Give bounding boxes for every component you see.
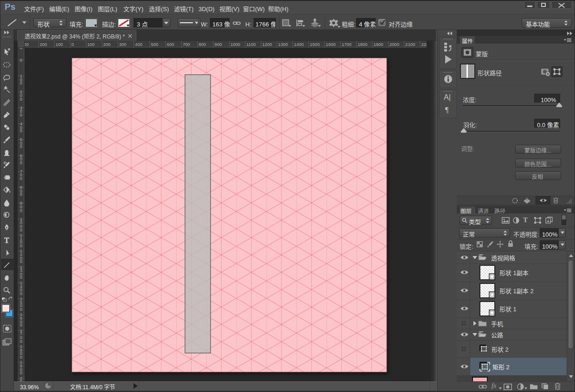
svg-text:1900: 1900 bbox=[374, 42, 383, 47]
svg-text:400: 400 bbox=[135, 42, 142, 47]
svg-text:0: 0 bbox=[71, 42, 74, 47]
svg-text:0: 0 bbox=[20, 228, 22, 232]
svg-text:0: 0 bbox=[20, 244, 22, 248]
svg-text:0: 0 bbox=[20, 259, 22, 264]
svg-text:2200: 2200 bbox=[421, 42, 427, 47]
svg-text:0: 0 bbox=[20, 192, 22, 197]
svg-text:0: 0 bbox=[20, 307, 22, 312]
svg-text:0: 0 bbox=[20, 371, 22, 375]
svg-text:0: 0 bbox=[20, 355, 22, 360]
svg-text:0: 0 bbox=[20, 208, 22, 213]
svg-text:0: 0 bbox=[20, 81, 22, 85]
svg-text:0: 0 bbox=[20, 275, 22, 280]
svg-text:0: 0 bbox=[20, 58, 22, 63]
svg-text:900: 900 bbox=[215, 42, 222, 47]
svg-text:0: 0 bbox=[20, 129, 22, 133]
svg-text:0: 0 bbox=[20, 48, 22, 50]
svg-text:1700: 1700 bbox=[342, 42, 351, 47]
svg-text:0: 0 bbox=[20, 97, 22, 102]
svg-text:800: 800 bbox=[198, 42, 206, 47]
svg-text:0: 0 bbox=[20, 161, 22, 165]
svg-text:200: 200 bbox=[39, 42, 47, 47]
svg-text:300: 300 bbox=[119, 42, 127, 47]
svg-text:0: 0 bbox=[20, 323, 22, 328]
svg-text:1300: 1300 bbox=[278, 42, 288, 47]
svg-text:600: 600 bbox=[167, 42, 174, 47]
svg-text:1400: 1400 bbox=[294, 42, 304, 47]
svg-text:200: 200 bbox=[103, 42, 111, 47]
svg-text:100: 100 bbox=[87, 42, 95, 47]
svg-text:0: 0 bbox=[20, 113, 22, 117]
svg-text:0: 0 bbox=[20, 176, 22, 181]
svg-text:500: 500 bbox=[151, 42, 158, 47]
svg-text:1600: 1600 bbox=[326, 42, 336, 47]
svg-text:700: 700 bbox=[183, 42, 190, 47]
svg-text:0: 0 bbox=[20, 339, 22, 344]
svg-text:1800: 1800 bbox=[358, 42, 367, 47]
svg-text:1100: 1100 bbox=[246, 42, 256, 47]
svg-text:0: 0 bbox=[20, 291, 22, 296]
svg-text:100: 100 bbox=[56, 42, 63, 47]
svg-text:1200: 1200 bbox=[262, 42, 272, 47]
svg-text:1500: 1500 bbox=[310, 42, 319, 47]
svg-text:2100: 2100 bbox=[405, 42, 415, 47]
svg-text:0: 0 bbox=[20, 144, 22, 149]
svg-text:2000: 2000 bbox=[390, 42, 399, 47]
svg-text:1000: 1000 bbox=[230, 42, 240, 47]
